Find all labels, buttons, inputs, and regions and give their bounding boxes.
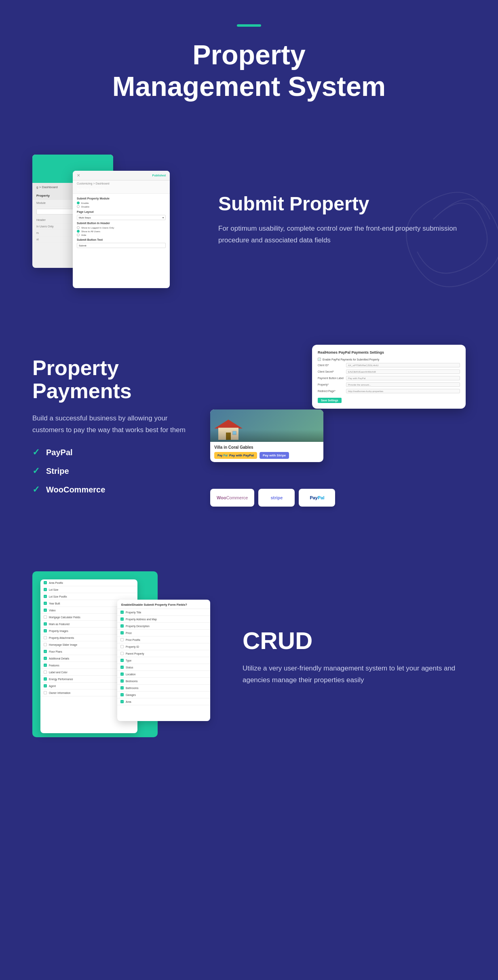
crud-checkbox [44,636,47,639]
mock-btn-header-label: Submit Button In Header [77,222,166,225]
house-window [232,431,236,435]
crud-item-label: Status [126,666,133,669]
pay-with-stripe-btn[interactable]: Pay with Stripe [260,452,289,459]
list-item: ✓ Property Title [117,609,210,616]
crud-checkbox [120,652,124,655]
crud-item-label: Energy Performance [49,678,73,681]
crud-item-label: Property Attachments [49,636,74,639]
crud-section: ✓ Area Postfix ✓ Lot Size ✓ Lot Size Pos… [0,539,498,774]
show-all-label: Show to All Users [81,230,100,233]
accent-bar [237,24,261,27]
redirect-input: http://realhomes-lucky-properties [346,389,460,393]
feature-woo-label: WooCommerce [46,485,105,494]
crud-checkbox: ✓ [44,684,47,687]
client-secret-row: Client Secret* EAi23bNVEaemN40bArM [318,369,460,374]
show-logged-label: Show to Logged In Users Only [81,227,114,229]
crud-item-label: Video [49,609,56,612]
crud-right-title: Enable/Disable Submit Property Form Fiel… [117,600,210,609]
crud-description: Utilize a very user-friendly management … [243,663,466,686]
crud-checkbox: ✓ [44,609,47,612]
crud-checkbox: ✓ [44,677,47,681]
crud-mockup-area: ✓ Area Postfix ✓ Lot Size ✓ Lot Size Pos… [32,563,210,749]
disable-radio [77,205,80,208]
payment-logos: WooCommerce stripe PayPal [210,489,335,507]
crud-item-label: Type [126,659,131,662]
crud-checkbox: ✓ [120,672,124,676]
redirect-label: Redirect Page* [318,390,346,392]
hide-radio [77,233,80,236]
crud-item-label: Property Address and Map [126,618,157,621]
crud-item-label: Owner Information [49,692,70,694]
submit-property-section: g > Dashboard Property Module Header In … [0,118,498,320]
crud-checkbox: ✓ [120,611,124,614]
crud-item-label: Mortgage Calculator Fields [49,616,80,619]
crud-checkbox: ✓ [120,700,124,703]
crud-checkbox: ✓ [44,629,47,632]
crud-checkbox: ✓ [44,650,47,653]
pay-with-paypal-btn[interactable]: Pay Pal Pay with PayPal [214,452,257,459]
list-item: Price Postfix [117,636,210,643]
payments-heading: Property Payments [32,356,194,403]
btn-label-input: Pay with PayPal [346,376,460,380]
disable-radio-row: Disable [77,205,166,208]
show-logged-row: Show to Logged In Users Only [77,226,166,229]
crud-item-label: Lot Size [49,588,59,591]
crud-checkbox: ✓ [120,686,124,689]
crud-item-label: Features [49,664,59,667]
feature-paypal-label: PayPal [46,448,73,457]
list-item: ✓ Area [117,698,210,705]
crud-item-label: Property Images [49,630,68,632]
property-card-title: Villa in Coral Gables [214,445,319,450]
client-secret-input: EAi23bNVEaemN40bArM [346,369,460,374]
list-item: ✓ Property Description [117,623,210,630]
crud-checkbox: ✓ [120,631,124,634]
list-item: ✓ Bathrooms [117,685,210,692]
crud-item-label: Lot Size Postfix [49,595,67,598]
crud-item-label: Price [126,632,132,634]
payments-description: Build a successful business by allowing … [32,413,194,436]
paypal-enable-label: Enable PayPal Payments for Submitted Pro… [323,358,379,361]
crud-item-label: Property Description [126,625,150,628]
crud-checkbox: ✓ [44,622,47,626]
list-item: ✓ Lot Size Postfix [40,593,137,600]
crud-checkbox [44,615,47,619]
payments-feature-list: ✓ PayPal ✓ Stripe ✓ WooCommerce [32,447,194,495]
mock-btn-text-label: Submit Button Text [77,238,166,241]
crud-checkbox: ✓ [120,679,124,683]
client-id-row: Client ID* AX_viPT5MVReC25SLi4nIU [318,363,460,367]
check-stripe-icon: ✓ [32,466,40,476]
paypal-enable-row: ✓ Enable PayPal Payments for Submitted P… [318,358,460,361]
crud-item-label: Parent Property [126,652,144,655]
crud-checkbox [44,691,47,694]
crud-checkbox [44,643,47,646]
crud-item-label: Location [126,673,136,676]
crud-checkbox: ✓ [120,617,124,621]
crud-checkbox: ✓ [44,581,47,584]
crud-item-label: Garages [126,694,136,696]
mock-front-title: Submit Property [73,187,170,194]
payments-mockup-area: RealHomes PayPal Payments Settings ✓ Ena… [218,345,466,515]
crud-right-card: Enable/Disable Submit Property Form Fiel… [117,600,210,721]
crud-content: CRUD Utilize a very user-friendly manage… [210,627,466,686]
save-settings-btn[interactable]: Save Settings [318,398,342,403]
disable-label: Disable [81,206,89,208]
list-item: ✓ Lot Size [40,586,137,593]
crud-item-label: Area [126,700,131,703]
crud-checkbox: ✓ [44,595,47,598]
crud-item-label: Property ID [126,645,139,648]
enable-radio [77,202,80,204]
redirect-row: Redirect Page* http://realhomes-lucky-pr… [318,389,460,393]
list-item: ✓ Area Postfix [40,579,137,586]
enable-label: Enable [81,202,89,204]
woocommerce-logo: WooCommerce [210,489,254,507]
crud-checkbox: ✓ [120,666,124,669]
crud-heading: CRUD [243,627,466,655]
crud-item-label: Price Postfix [126,638,140,641]
enable-radio-row: Enable [77,202,166,204]
btn-label-label: Payment Button Label [318,377,346,380]
crud-item-label: Year Built [49,602,60,605]
crud-item-label: Bathrooms [126,687,138,689]
mock-front-breadcrumb: Customizing > Dashboard [73,180,170,187]
submit-mock-front: ✕ Published Customizing > Dashboard Subm… [73,171,170,288]
property-input: Provide the amount... [346,382,460,387]
